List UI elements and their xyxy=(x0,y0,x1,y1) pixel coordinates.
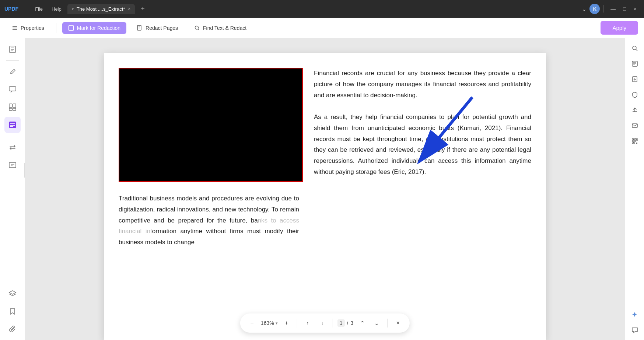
svg-rect-40 xyxy=(636,139,637,140)
svg-rect-16 xyxy=(13,104,16,108)
add-tab-button[interactable]: + xyxy=(138,4,148,14)
redact-pages-button[interactable]: Redact Pages xyxy=(131,22,184,34)
right-qr-icon[interactable] xyxy=(628,134,642,148)
sidebar-item-reader[interactable] xyxy=(4,41,21,57)
sidebar-divider2 xyxy=(6,136,19,136)
svg-point-28 xyxy=(633,46,636,50)
zoom-level: 163% xyxy=(261,320,274,326)
pdf-right-column: Financial records are crucial for any bu… xyxy=(310,68,531,326)
prev-page-button[interactable]: ⌃ xyxy=(356,317,368,329)
pdf-page: Traditional business models and procedur… xyxy=(104,53,546,340)
left-sidebar xyxy=(0,38,25,340)
user-avatar[interactable]: K xyxy=(589,4,600,14)
sidebar-item-form[interactable] xyxy=(4,157,21,173)
svg-rect-15 xyxy=(9,104,12,108)
right-ocr-icon[interactable] xyxy=(628,57,642,71)
active-tab[interactable]: ▾ The Most ....s_Extract* × xyxy=(67,4,135,14)
sidebar-divider1 xyxy=(6,60,19,61)
svg-rect-18 xyxy=(13,108,16,111)
menu-file[interactable]: File xyxy=(32,5,46,13)
redacted-image-block xyxy=(119,68,303,182)
zoom-display: 163% ▾ xyxy=(261,320,278,326)
sidebar-item-redact[interactable] xyxy=(4,117,21,133)
svg-rect-35 xyxy=(632,124,637,127)
sidebar-item-attachment[interactable] xyxy=(4,321,21,337)
tab-dropdown-arrow[interactable]: ▾ xyxy=(72,7,74,11)
right-share-icon[interactable] xyxy=(628,103,642,117)
properties-label: Properties xyxy=(21,25,44,31)
find-text-redact-button[interactable]: Find Text & Redact xyxy=(188,22,252,34)
svg-line-29 xyxy=(636,49,637,51)
toolbar: Properties Mark for Redaction Redact Pag… xyxy=(0,18,644,38)
close-toolbar-button[interactable]: × xyxy=(392,317,404,329)
mark-redaction-button[interactable]: Mark for Redaction xyxy=(62,22,126,34)
sidebar-item-organize[interactable] xyxy=(4,99,21,115)
titlebar-divider1 xyxy=(26,5,26,13)
pdf-text-left: Traditional business models and procedur… xyxy=(119,193,299,248)
svg-rect-39 xyxy=(633,139,634,140)
sidebar-item-bookmark[interactable] xyxy=(4,303,21,319)
main-layout: ‹ Traditional business models and proced… xyxy=(0,38,644,340)
updf-logo-icon[interactable]: ✦ xyxy=(628,308,642,322)
svg-rect-14 xyxy=(9,87,16,91)
current-page: 1 xyxy=(337,319,345,327)
maximize-button[interactable]: □ xyxy=(620,4,629,13)
tab-close-button[interactable]: × xyxy=(128,6,130,11)
svg-rect-17 xyxy=(9,108,12,111)
svg-rect-42 xyxy=(635,141,636,142)
sidebar-item-comment[interactable] xyxy=(4,81,21,98)
right-search-icon[interactable] xyxy=(628,41,642,55)
zoom-out-button[interactable]: − xyxy=(246,317,258,329)
sidebar-item-convert[interactable] xyxy=(4,139,21,155)
right-protect-icon[interactable] xyxy=(628,88,642,102)
zoom-width-button[interactable]: ↓ xyxy=(316,317,328,329)
chevron-down-icon[interactable]: ⌄ xyxy=(580,4,588,14)
settings-icon xyxy=(12,25,18,31)
toolbar-separator xyxy=(56,23,56,33)
sidebar-item-layers[interactable] xyxy=(4,285,21,302)
total-pages: 3 xyxy=(350,320,353,326)
titlebar: UPDF File Help ▾ The Most ....s_Extract*… xyxy=(0,0,644,18)
mark-redaction-icon xyxy=(68,25,74,31)
properties-button[interactable]: Properties xyxy=(6,22,50,34)
sidebar-item-edit[interactable] xyxy=(4,64,21,80)
close-button[interactable]: × xyxy=(631,4,640,13)
tab-title: The Most ....s_Extract* xyxy=(77,6,125,12)
right-chat-icon[interactable] xyxy=(628,323,642,337)
apply-button[interactable]: Apply xyxy=(601,21,638,35)
find-text-icon xyxy=(194,25,200,31)
bottom-divider3 xyxy=(387,319,388,327)
svg-rect-23 xyxy=(9,162,16,168)
redact-pages-icon xyxy=(137,25,143,31)
pdf-text-right: Financial records are crucial for any bu… xyxy=(314,68,531,178)
zoom-in-button[interactable]: + xyxy=(281,317,293,329)
next-page-button[interactable]: ⌃ xyxy=(371,317,383,329)
bottom-divider2 xyxy=(333,319,333,327)
mark-redaction-label: Mark for Redaction xyxy=(77,25,120,31)
find-text-redact-label: Find Text & Redact xyxy=(203,25,246,31)
zoom-dropdown-arrow[interactable]: ▾ xyxy=(276,321,278,326)
svg-rect-41 xyxy=(633,142,634,143)
right-sidebar: ✦ xyxy=(625,38,644,340)
content-area: Traditional business models and procedur… xyxy=(25,38,625,340)
titlebar-controls: ⌄ K — □ × xyxy=(580,4,640,14)
zoom-page-toolbar: − 163% ▾ + ↑ ↓ 1 / 3 ⌃ ⌃ × xyxy=(240,313,410,333)
zoom-fit-button[interactable]: ↑ xyxy=(302,317,314,329)
minimize-button[interactable]: — xyxy=(608,4,619,13)
right-email-icon[interactable] xyxy=(628,119,642,133)
titlebar-sep2 xyxy=(603,5,604,13)
right-extract-icon[interactable] xyxy=(628,72,642,86)
svg-rect-4 xyxy=(69,26,73,30)
svg-point-8 xyxy=(195,26,199,29)
menu-help[interactable]: Help xyxy=(49,5,64,13)
svg-rect-43 xyxy=(636,143,637,144)
svg-line-9 xyxy=(198,29,200,30)
page-display: 1 / 3 xyxy=(337,319,353,327)
pdf-left-column: Traditional business models and procedur… xyxy=(119,68,310,326)
page-separator: / xyxy=(347,320,348,326)
redact-pages-label: Redact Pages xyxy=(146,25,178,31)
app-logo: UPDF xyxy=(4,6,18,12)
bottom-divider1 xyxy=(297,319,297,327)
